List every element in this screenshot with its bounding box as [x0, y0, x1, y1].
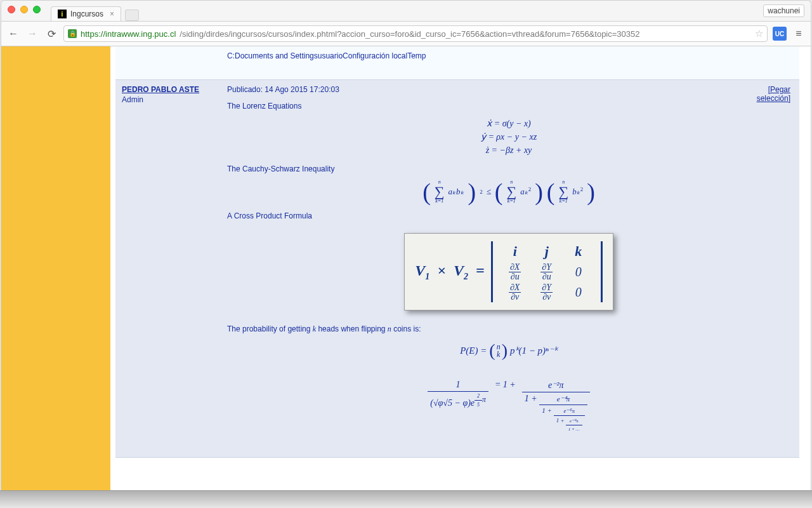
browser-tab[interactable]: i Ingcursos ×: [51, 6, 121, 21]
previous-post-fragment: C:Documents and SettingsusuarioConfigura…: [115, 46, 799, 80]
browser-toolbar: ← → ⟳ 🔒 https://intrawww.ing.puc.cl/sidi…: [1, 21, 811, 46]
lorenz-equations: ẋ = σ(y − x) ẏ = ρx − y − xz ż = −βz + x…: [227, 117, 790, 157]
tab-bar: i Ingcursos ×: [1, 4, 811, 21]
lorenz-title: The Lorenz Equations: [227, 102, 790, 110]
bookmark-star-icon[interactable]: ☆: [755, 28, 763, 39]
tab-close-icon[interactable]: ×: [110, 10, 114, 18]
window-zoom-button[interactable]: [33, 6, 41, 13]
nav-forward-button[interactable]: →: [25, 27, 39, 41]
path-text: C:Documents and SettingsusuarioConfigura…: [227, 51, 790, 60]
nav-reload-button[interactable]: ⟳: [44, 27, 58, 41]
post-timestamp: Publicado: 14 Ago 2015 17:20:03: [227, 85, 790, 94]
https-lock-icon: 🔒: [68, 29, 77, 38]
probability-equation: P(E) = ( nk ) pᵏ(1 − p)ⁿ⁻ᵏ: [227, 340, 790, 361]
post-author-cell: PEDRO PABLO ASTE Admin: [115, 80, 218, 457]
nav-back-button[interactable]: ←: [6, 27, 20, 41]
url-path: /siding/dirdes/ingcursos/cursos/index.ph…: [180, 29, 639, 39]
left-sidebar: [1, 46, 110, 491]
post-author-link[interactable]: PEDRO PABLO ASTE: [122, 85, 212, 94]
url-host: https://intrawww.ing.puc.cl: [81, 29, 176, 39]
post-body: [Pegarselección] Publicado: 14 Ago 2015 …: [218, 80, 799, 457]
tab-favicon: i: [58, 10, 67, 18]
cauchy-schwarz-equation: ( n∑k=1 aₖbₖ )2 ≤ ( n∑k=1 aₖ2 ) (: [227, 180, 790, 204]
continued-fraction-equation: 1 (√φ√5 − φ)e25π = 1 + e⁻²π: [227, 380, 790, 432]
browser-chrome: wachunei i Ingcursos × ← → ⟳ 🔒 https://i…: [1, 0, 811, 46]
post-author-role: Admin: [122, 95, 212, 104]
window-minimize-button[interactable]: [20, 6, 28, 13]
cauchy-schwarz-title: The Cauchy-Schwarz Inequality: [227, 164, 790, 173]
forum-content: C:Documents and SettingsusuarioConfigura…: [115, 46, 799, 491]
profile-badge[interactable]: wachunei: [763, 4, 804, 17]
forum-post: PEDRO PABLO ASTE Admin [Pegarselección] …: [115, 80, 799, 458]
browser-menu-icon[interactable]: ≡: [792, 27, 806, 41]
tab-title: Ingcursos: [70, 10, 103, 18]
new-tab-button[interactable]: [125, 10, 139, 21]
address-bar[interactable]: 🔒 https://intrawww.ing.puc.cl/siding/dir…: [63, 25, 768, 42]
page-viewport[interactable]: C:Documents and SettingsusuarioConfigura…: [1, 46, 811, 491]
cross-product-equation: V1 × V2 = i j: [227, 227, 790, 317]
cross-product-title: A Cross Product Formula: [227, 211, 790, 220]
probability-title: The probability of getting k heads when …: [227, 324, 790, 334]
paste-selection-link[interactable]: [Pegarselección]: [757, 85, 790, 103]
extension-badge[interactable]: UC: [773, 27, 787, 41]
window-close-button[interactable]: [8, 6, 15, 13]
